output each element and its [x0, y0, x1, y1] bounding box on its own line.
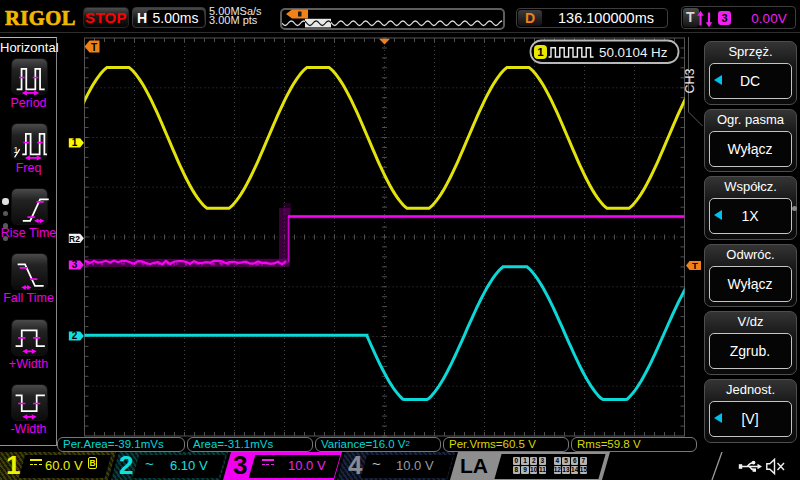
svg-text:3: 3: [72, 259, 78, 270]
svg-text:T: T: [91, 42, 97, 53]
svg-text:1: 1: [537, 46, 544, 58]
svg-text:2: 2: [72, 330, 78, 341]
svg-text:CH3: CH3: [683, 68, 697, 93]
svg-text:T: T: [692, 260, 698, 271]
svg-text:50.0104 Hz: 50.0104 Hz: [599, 45, 668, 60]
svg-text:R2: R2: [69, 234, 80, 244]
svg-text:1: 1: [72, 137, 78, 148]
